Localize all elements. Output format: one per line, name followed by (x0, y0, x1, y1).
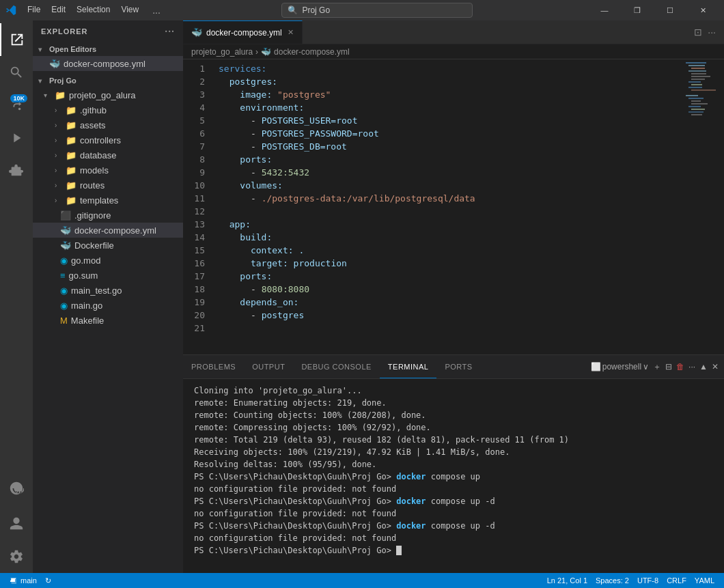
svg-rect-2 (691, 68, 705, 69)
main-layout: 10K Explorer ··· ▾ Open Editors (0, 20, 724, 573)
tree-item-github[interactable]: › 📁 .github (33, 102, 183, 117)
tree-item-routes[interactable]: › 📁 routes (33, 178, 183, 193)
database-chevron: › (55, 152, 66, 159)
code-line-4: environment: (210, 101, 683, 114)
status-spaces[interactable]: Spaces: 2 (591, 576, 633, 585)
gomod-label: go.mod (71, 255, 100, 266)
close-button[interactable]: ✕ (687, 0, 719, 20)
gosum-icon: ≡ (60, 270, 66, 281)
terminal-kill-button[interactable]: 🗑 (676, 362, 684, 372)
open-editors-section[interactable]: ▾ Open Editors (33, 42, 183, 56)
terminal-line: no configuration file provided: not foun… (194, 483, 713, 495)
terminal-line: PS C:\Users\Pichau\Desktop\Guuh\Proj Go>… (194, 471, 713, 483)
models-label: models (80, 165, 109, 176)
search-icon: 🔍 (288, 5, 298, 15)
status-sync[interactable]: ↻ (41, 576, 55, 585)
svg-rect-3 (688, 70, 706, 72)
tree-item-gomod[interactable]: ◉ go.mod (33, 253, 183, 268)
code-line-17: ports: (210, 270, 683, 283)
menu-edit[interactable]: Edit (46, 2, 71, 18)
tree-item-makefile[interactable]: M Makefile (33, 313, 183, 328)
activity-search[interactable] (0, 56, 33, 89)
tree-item-dockerfile[interactable]: 🐳 Dockerfile (33, 238, 183, 253)
breadcrumb-root[interactable]: projeto_go_alura (191, 47, 253, 57)
terminal-body[interactable]: Cloning into 'projeto_go_alura'...remote… (183, 379, 724, 573)
tree-folder-root[interactable]: ▾ 📁 projeto_go_alura (33, 87, 183, 102)
status-ln-col[interactable]: Ln 21, Col 1 (543, 576, 591, 585)
terminal-split-button[interactable]: ⊟ (665, 362, 672, 372)
routes-chevron: › (55, 182, 66, 189)
menu-view[interactable]: View (115, 2, 144, 18)
split-editor-button[interactable]: ⊡ (691, 27, 705, 38)
menu-more[interactable]: ... (147, 2, 166, 18)
status-bar: main ↻ Ln 21, Col 1 Spaces: 2 UTF-8 CRLF… (0, 573, 724, 588)
panel-tab-output[interactable]: OUTPUT (244, 355, 293, 378)
activity-extensions[interactable] (0, 154, 33, 187)
sidebar-header: Explorer ··· (33, 20, 183, 42)
open-editors-chevron: ▾ (38, 46, 49, 53)
tree-item-docker-compose[interactable]: 🐳 docker-compose.yml (33, 223, 183, 238)
code-line-2: postgres: (210, 75, 683, 88)
folder-assets-icon: 📁 (66, 120, 76, 130)
terminal-close-button[interactable]: ✕ (712, 362, 719, 372)
activity-run-debug[interactable] (0, 122, 33, 154)
tab-close-button[interactable]: ✕ (288, 28, 294, 37)
menu-selection[interactable]: Selection (71, 2, 115, 18)
activity-accounts[interactable] (0, 507, 33, 540)
panel-tab-problems[interactable]: PROBLEMS (183, 355, 244, 378)
spaces-text: Spaces: 2 (596, 576, 629, 585)
tree-item-templates[interactable]: › 📁 templates (33, 193, 183, 208)
database-label: database (80, 150, 117, 160)
open-editor-label: docker-compose.yml (64, 59, 145, 69)
code-content[interactable]: services: postgres: image: "postgres" en… (210, 59, 683, 354)
tab-docker-compose[interactable]: 🐳 docker-compose.yml ✕ (183, 20, 303, 44)
status-language[interactable]: YAML (691, 576, 719, 585)
tree-item-assets[interactable]: › 📁 assets (33, 117, 183, 132)
restore-button[interactable]: ❒ (622, 0, 653, 20)
tree-item-main-test[interactable]: ◉ main_test.go (33, 283, 183, 298)
minimize-button[interactable]: — (589, 0, 620, 20)
open-editor-docker-compose[interactable]: 🐳 docker-compose.yml ✕ (33, 56, 183, 71)
activity-source-control[interactable]: 10K (0, 89, 33, 122)
terminal-line: Resolving deltas: 100% (95/95), done. (194, 458, 713, 471)
tree-item-controllers[interactable]: › 📁 controllers (33, 132, 183, 148)
more-actions-button[interactable]: ··· (705, 27, 719, 38)
main-go-icon: ◉ (60, 300, 68, 311)
open-editors-label: Open Editors (49, 45, 96, 53)
maximize-button[interactable]: ☐ (654, 0, 686, 20)
docker-file-icon: 🐳 (49, 59, 60, 69)
terminal-maximize-button[interactable]: ▲ (699, 362, 708, 372)
tree-item-database[interactable]: › 📁 database (33, 148, 183, 163)
panel-tab-ports[interactable]: PORTS (436, 355, 480, 378)
activity-explorer[interactable] (0, 23, 33, 56)
folder-github-icon: 📁 (66, 105, 76, 115)
panel-tab-terminal[interactable]: TERMINAL (380, 355, 437, 378)
search-bar[interactable]: 🔍 Proj Go (281, 3, 473, 18)
svg-rect-6 (691, 79, 705, 80)
tree-item-models[interactable]: › 📁 models (33, 163, 183, 178)
code-line-13: app: (210, 218, 683, 231)
activity-remote[interactable] (0, 472, 33, 505)
code-line-12 (210, 205, 683, 218)
controllers-chevron: › (55, 137, 66, 144)
gosum-label: go.sum (69, 270, 98, 281)
panel-tab-debug-console[interactable]: DEBUG CONSOLE (293, 355, 379, 378)
tree-item-gosum[interactable]: ≡ go.sum (33, 268, 183, 283)
status-remote[interactable]: main (5, 576, 41, 585)
terminal-shell-selector[interactable]: ⬜ powershell ∨ (591, 362, 649, 372)
code-line-21 (210, 322, 683, 335)
activity-settings[interactable] (0, 540, 33, 573)
tree-item-gitignore[interactable]: ⬛ .gitignore (33, 208, 183, 223)
menu-file[interactable]: File (22, 2, 46, 18)
terminal-add-button[interactable]: ＋ (653, 361, 661, 373)
sidebar-more-button[interactable]: ··· (165, 26, 175, 37)
svg-rect-8 (691, 84, 702, 85)
folder-routes-icon: 📁 (66, 180, 76, 191)
tree-item-main-go[interactable]: ◉ main.go (33, 298, 183, 313)
status-encoding[interactable]: UTF-8 (633, 576, 663, 585)
gitignore-icon: ⬛ (60, 210, 71, 221)
status-eol[interactable]: CRLF (663, 576, 691, 585)
folder-templates-icon: 📁 (66, 195, 76, 206)
terminal-more-button[interactable]: ··· (688, 362, 695, 372)
proj-go-section[interactable]: ▾ Proj Go (33, 74, 183, 87)
